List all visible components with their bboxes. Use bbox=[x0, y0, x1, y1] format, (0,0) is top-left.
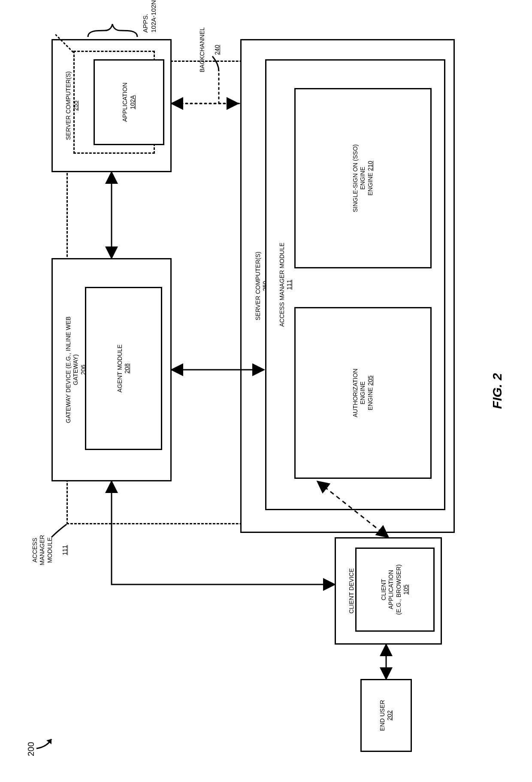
server-250-title: SERVER COMPUTER(S) bbox=[254, 252, 261, 320]
client-device-box: CLIENT DEVICE 104 CLIENT APPLICATION (E.… bbox=[335, 537, 442, 645]
sso-engine-box: SINGLE-SIGN ON (SSO) ENGINE ENGINE 210 bbox=[294, 88, 432, 268]
server-250-box: SERVER COMPUTER(S) 250 ACCESS MANAGER MO… bbox=[240, 39, 455, 533]
application-ref: 102A bbox=[129, 95, 137, 110]
server-255-title: SERVER COMPUTER(S) bbox=[65, 71, 72, 140]
client-device-title: CLIENT DEVICE bbox=[348, 568, 355, 614]
authz-engine-title: AUTHORIZATION ENGINE bbox=[352, 368, 367, 417]
gateway-title: GATEWAY DEVICE (E.G., INLINE WEB GATEWAY… bbox=[65, 316, 79, 423]
agent-module-title: AGENT MODULE bbox=[116, 344, 124, 393]
agent-module-ref: 208 bbox=[124, 363, 131, 373]
access-manager-ref: 111 bbox=[286, 280, 293, 289]
client-app-box: CLIENT APPLICATION (E.G., BROWSER) 105 bbox=[355, 548, 435, 632]
end-user-ref: 202 bbox=[386, 710, 394, 720]
server-255-box: SERVER COMPUTER(S) 255 APPLICATION 102A bbox=[51, 39, 172, 172]
apps-bracket-label: APPS. 102A-102N bbox=[142, 0, 158, 33]
authz-engine-ref: 205 bbox=[367, 376, 374, 386]
sso-engine-title: SINGLE-SIGN ON (SSO) ENGINE bbox=[352, 144, 367, 212]
end-user-title: END USER bbox=[379, 700, 387, 731]
authz-engine-box: AUTHORIZATION ENGINE ENGINE 205 bbox=[294, 307, 432, 479]
figure-ref-number: 200 bbox=[26, 742, 36, 756]
figure-caption: FIG. 2 bbox=[489, 0, 505, 782]
gateway-box: GATEWAY DEVICE (E.G., INLINE WEB GATEWAY… bbox=[51, 258, 172, 481]
agent-module-box: AGENT MODULE 208 bbox=[85, 287, 162, 450]
sso-engine-ref: 210 bbox=[367, 161, 374, 171]
client-app-ref: 105 bbox=[402, 584, 410, 594]
access-manager-title: ACCESS MANAGER MODULE bbox=[278, 243, 285, 327]
access-manager-callout: ACCESS MANAGER MODULE 111 bbox=[24, 520, 69, 580]
end-user-box: END USER 202 bbox=[360, 679, 412, 752]
backchannel-label: BACKCHANNEL 240 bbox=[191, 11, 221, 88]
access-manager-box: ACCESS MANAGER MODULE 111 AUTHORIZATION … bbox=[265, 59, 445, 510]
svg-marker-0 bbox=[46, 739, 51, 744]
application-box: APPLICATION 102A bbox=[94, 59, 164, 145]
application-title: APPLICATION bbox=[121, 82, 129, 122]
client-app-title: CLIENT APPLICATION (E.G., BROWSER) bbox=[380, 564, 403, 615]
